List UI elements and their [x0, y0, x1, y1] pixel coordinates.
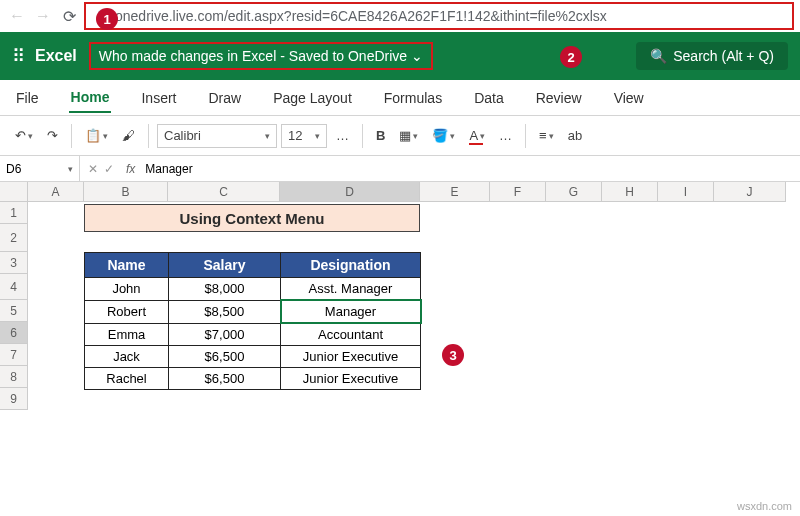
row-header[interactable]: 1 [0, 202, 28, 224]
row-header[interactable]: 2 [0, 224, 28, 252]
col-header[interactable]: C [168, 182, 280, 202]
cell[interactable]: $7,000 [169, 323, 281, 346]
app-name: Excel [35, 47, 77, 65]
col-salary[interactable]: Salary [169, 253, 281, 278]
document-title[interactable]: Who made changes in Excel - Saved to One… [89, 42, 433, 70]
watermark: wsxdn.com [737, 500, 792, 512]
forward-icon[interactable]: → [32, 5, 54, 27]
row-header-selected[interactable]: 6 [0, 322, 28, 344]
col-designation[interactable]: Designation [281, 253, 421, 278]
row-header[interactable]: 8 [0, 366, 28, 388]
table-row: Rachel$6,500Junior Executive [85, 368, 421, 390]
align-button[interactable]: ≡▾ [534, 125, 559, 146]
separator [362, 124, 363, 148]
ribbon-tabs: File Home Insert Draw Page Layout Formul… [0, 80, 800, 116]
col-header[interactable]: A [28, 182, 84, 202]
select-all-corner[interactable] [0, 182, 28, 202]
fx-icon[interactable]: fx [122, 162, 139, 176]
cell[interactable]: Junior Executive [281, 346, 421, 368]
ribbon-toolbar: ↶▾ ↷ 📋▾ 🖌 Calibri▾ 12▾ … B ▦▾ 🪣▾ A▾ … ≡▾… [0, 116, 800, 156]
wrap-text-button[interactable]: ab [563, 125, 587, 146]
callout-badge-1: 1 [96, 8, 118, 30]
format-painter-button[interactable]: 🖌 [117, 125, 140, 146]
url-input[interactable]: 🔒 onedrive.live.com/edit.aspx?resid=6CAE… [84, 2, 794, 30]
font-size-selector[interactable]: 12▾ [281, 124, 327, 148]
col-header[interactable]: J [714, 182, 786, 202]
bold-button[interactable]: B [371, 125, 390, 146]
row-header[interactable]: 4 [0, 274, 28, 300]
col-header[interactable]: H [602, 182, 658, 202]
row-header[interactable]: 5 [0, 300, 28, 322]
col-header[interactable]: E [420, 182, 490, 202]
more-font-options[interactable]: … [494, 125, 517, 146]
cell[interactable]: Accountant [281, 323, 421, 346]
tab-draw[interactable]: Draw [206, 84, 243, 112]
cell[interactable]: John [85, 278, 169, 301]
cell[interactable]: Jack [85, 346, 169, 368]
browser-address-bar: ← → ⟳ 1 🔒 onedrive.live.com/edit.aspx?re… [0, 0, 800, 32]
table-row: John$8,000Asst. Manager [85, 278, 421, 301]
col-header[interactable]: I [658, 182, 714, 202]
tab-review[interactable]: Review [534, 84, 584, 112]
col-header[interactable]: F [490, 182, 546, 202]
col-header[interactable]: G [546, 182, 602, 202]
col-header[interactable]: B [84, 182, 168, 202]
row-header[interactable]: 7 [0, 344, 28, 366]
name-box[interactable]: D6▾ [0, 156, 80, 181]
search-button[interactable]: 🔍 Search (Alt + Q) [636, 42, 788, 70]
accept-icon[interactable]: ✓ [104, 162, 114, 176]
tab-home[interactable]: Home [69, 83, 112, 113]
tab-page-layout[interactable]: Page Layout [271, 84, 354, 112]
search-icon: 🔍 [650, 48, 667, 64]
row-header[interactable]: 9 [0, 388, 28, 410]
fill-color-button[interactable]: 🪣▾ [427, 125, 460, 146]
borders-button[interactable]: ▦▾ [394, 125, 423, 146]
font-color-button[interactable]: A▾ [464, 125, 490, 146]
cell[interactable]: Robert [85, 300, 169, 323]
table-row: Robert$8,500Manager [85, 300, 421, 323]
save-status: - Saved to OneDrive [280, 48, 407, 64]
more-font-icon[interactable]: … [331, 125, 354, 146]
table-row: Jack$6,500Junior Executive [85, 346, 421, 368]
cell[interactable]: $8,500 [169, 300, 281, 323]
separator [148, 124, 149, 148]
callout-badge-3: 3 [442, 344, 464, 366]
font-selector[interactable]: Calibri▾ [157, 124, 277, 148]
undo-button[interactable]: ↶▾ [10, 125, 38, 146]
cell[interactable]: Junior Executive [281, 368, 421, 390]
app-launcher-icon[interactable]: ⠿ [12, 45, 23, 67]
doc-name: Who made changes in Excel [99, 48, 276, 64]
cell[interactable]: Rachel [85, 368, 169, 390]
app-header: ⠿ Excel Who made changes in Excel - Save… [0, 32, 800, 80]
cell[interactable]: $6,500 [169, 368, 281, 390]
paste-button[interactable]: 📋▾ [80, 125, 113, 146]
chevron-down-icon: ⌄ [411, 48, 423, 64]
cell[interactable]: Asst. Manager [281, 278, 421, 301]
formula-input[interactable]: Manager [139, 162, 198, 176]
merged-title-cell[interactable]: Using Context Menu [84, 204, 420, 232]
cell[interactable]: Emma [85, 323, 169, 346]
column-headers: A B C D E F G H I J [28, 182, 800, 202]
cell[interactable]: $6,500 [169, 346, 281, 368]
tab-file[interactable]: File [14, 84, 41, 112]
col-header-selected[interactable]: D [280, 182, 420, 202]
tab-data[interactable]: Data [472, 84, 506, 112]
spreadsheet: 1 2 3 4 5 6 7 8 9 A B C D E F G H I J Us… [0, 182, 800, 410]
tab-insert[interactable]: Insert [139, 84, 178, 112]
row-header[interactable]: 3 [0, 252, 28, 274]
reload-icon[interactable]: ⟳ [58, 5, 80, 27]
url-text: onedrive.live.com/edit.aspx?resid=6CAE84… [115, 8, 607, 24]
col-name[interactable]: Name [85, 253, 169, 278]
redo-button[interactable]: ↷ [42, 125, 63, 146]
tab-view[interactable]: View [612, 84, 646, 112]
search-label: Search (Alt + Q) [673, 48, 774, 64]
selected-cell[interactable]: Manager [281, 300, 421, 323]
cancel-icon[interactable]: ✕ [88, 162, 98, 176]
cell[interactable]: $8,000 [169, 278, 281, 301]
separator [525, 124, 526, 148]
back-icon[interactable]: ← [6, 5, 28, 27]
sheet-content: Using Context Menu Name Salary Designati… [84, 204, 422, 390]
data-table: Name Salary Designation John$8,000Asst. … [84, 252, 422, 390]
separator [71, 124, 72, 148]
tab-formulas[interactable]: Formulas [382, 84, 444, 112]
